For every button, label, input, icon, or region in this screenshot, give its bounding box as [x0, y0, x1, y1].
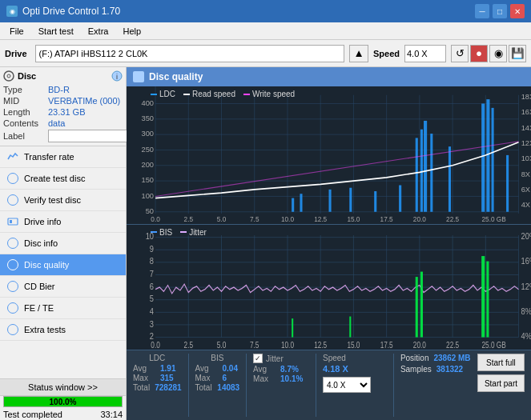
svg-text:17.5: 17.5: [380, 214, 393, 222]
speed-icon-btn-1[interactable]: ↺: [451, 45, 469, 62]
progress-bar: 100.0%: [3, 396, 123, 407]
avg-label-bis: Avg: [195, 364, 219, 373]
nav-verify-test-disc-label: Verify test disc: [24, 195, 81, 205]
content-area: Disc quality LDC Read speed Wr: [127, 67, 531, 420]
speed-select[interactable]: 4.0 X: [404, 45, 446, 62]
drive-select[interactable]: (F:) ATAPI iHBS112 2 CL0K: [35, 45, 344, 62]
svg-text:5.0: 5.0: [217, 214, 227, 222]
svg-text:8: 8: [150, 255, 154, 266]
legend-write-speed: Write speed: [252, 90, 295, 98]
main-layout: Disc i Type BD-R MID VERBATIMe (000) Len…: [0, 67, 531, 420]
menu-start-test[interactable]: Start test: [32, 25, 80, 38]
nav-item-disc-quality[interactable]: Disc quality: [0, 254, 126, 276]
sidebar: Disc i Type BD-R MID VERBATIMe (000) Len…: [0, 67, 127, 420]
bis-header: BIS: [195, 354, 240, 364]
svg-text:100: 100: [142, 190, 154, 199]
close-button[interactable]: ✕: [510, 4, 525, 18]
disc-type-label: Type: [3, 85, 45, 94]
nav-item-verify-test-disc[interactable]: Verify test disc: [0, 190, 126, 211]
stats-bar: LDC Avg 1.91 Max 315 Total 728281 BIS: [127, 350, 531, 420]
menu-help[interactable]: Help: [116, 25, 147, 38]
disc-panel-title: Disc: [18, 71, 36, 81]
svg-rect-119: [292, 318, 293, 337]
chart-title: Disc quality: [149, 71, 203, 82]
menu-extra[interactable]: Extra: [82, 25, 115, 38]
speed-avg-val: 4.18 X: [323, 364, 348, 374]
jitter-checkbox[interactable]: ✓: [253, 354, 263, 363]
status-window-button[interactable]: Status window >>: [0, 379, 126, 396]
disc-info-icon: [6, 237, 19, 250]
svg-rect-63: [430, 134, 432, 212]
position-label: Position: [400, 354, 429, 362]
svg-text:0.0: 0.0: [151, 339, 159, 349]
speed-section-header: Speed: [323, 354, 387, 364]
svg-text:2.5: 2.5: [184, 214, 194, 222]
svg-text:16X: 16X: [521, 107, 531, 116]
create-test-disc-icon: [6, 172, 19, 185]
svg-text:5: 5: [150, 293, 154, 303]
transfer-rate-icon: [6, 150, 19, 163]
disc-panel: Disc i Type BD-R MID VERBATIMe (000) Len…: [0, 67, 126, 146]
svg-text:i: i: [116, 73, 118, 81]
svg-text:16%: 16%: [521, 255, 531, 266]
disc-label-label: Label: [3, 131, 45, 141]
nav-fe-te-label: FE / TE: [24, 303, 54, 313]
fe-te-icon: [6, 302, 19, 314]
svg-text:17.5: 17.5: [380, 339, 393, 349]
menu-file[interactable]: File: [3, 25, 30, 38]
status-text: Test completed: [3, 410, 62, 419]
svg-text:15.0: 15.0: [347, 339, 360, 349]
legend-bis: BIS: [159, 228, 172, 237]
svg-rect-61: [420, 130, 423, 212]
disc-contents-value: data: [48, 118, 65, 128]
speed-icon-btn-2[interactable]: ●: [470, 45, 488, 62]
svg-rect-67: [492, 108, 494, 212]
svg-text:6X: 6X: [521, 185, 531, 194]
avg-label-ldc: Avg: [133, 364, 157, 373]
start-full-button[interactable]: Start full: [477, 354, 525, 371]
legend-jitter: Jitter: [189, 228, 207, 237]
svg-text:10.0: 10.0: [281, 214, 294, 222]
disc-expand-icon[interactable]: i: [111, 70, 123, 82]
cd-bier-icon: [6, 280, 19, 293]
speed-dropdown[interactable]: 4.0 X: [323, 377, 371, 393]
nav-item-cd-bier[interactable]: CD Bier: [0, 276, 126, 298]
maximize-button[interactable]: □: [493, 4, 507, 18]
nav-item-transfer-rate[interactable]: Transfer rate: [0, 146, 126, 168]
svg-text:20.0: 20.0: [413, 214, 426, 222]
svg-text:12.5: 12.5: [314, 214, 327, 222]
svg-text:25.0 GB: 25.0 GB: [482, 214, 507, 222]
svg-rect-118: [486, 261, 489, 337]
speed-icon-btn-4[interactable]: 💾: [509, 45, 526, 62]
nav-item-fe-te[interactable]: FE / TE: [0, 298, 126, 319]
svg-text:9: 9: [150, 243, 154, 254]
nav-item-extra-tests[interactable]: Extra tests: [0, 319, 126, 341]
samples-label: Samples: [400, 365, 432, 374]
nav-item-drive-info[interactable]: Drive info: [0, 211, 126, 233]
svg-text:7.5: 7.5: [250, 214, 259, 222]
svg-rect-68: [506, 155, 509, 212]
chart-top: LDC Read speed Write speed: [127, 86, 531, 225]
nav-item-create-test-disc[interactable]: Create test disc: [0, 168, 126, 190]
svg-text:150: 150: [142, 175, 154, 184]
legend-read-speed: Read speed: [192, 90, 235, 98]
svg-rect-115: [416, 277, 418, 337]
speed-label: Speed: [373, 49, 400, 58]
start-part-button[interactable]: Start part: [477, 374, 525, 392]
avg-label-jitter: Avg: [253, 365, 277, 374]
nav-item-disc-info[interactable]: Disc info: [0, 233, 126, 254]
max-label-bis: Max: [195, 374, 219, 382]
svg-text:5.0: 5.0: [217, 339, 226, 349]
nav-create-test-disc-label: Create test disc: [24, 174, 85, 183]
total-label-bis: Total: [195, 383, 215, 392]
minimize-button[interactable]: ─: [475, 4, 489, 18]
svg-text:400: 400: [142, 98, 154, 106]
drive-eject-button[interactable]: ▲: [349, 45, 368, 62]
svg-rect-65: [481, 103, 485, 211]
svg-text:25.0 GB: 25.0 GB: [482, 339, 506, 349]
position-value: 23862 MB: [433, 354, 470, 362]
title-bar: ◉ Opti Drive Control 1.70 ─ □ ✕: [0, 0, 531, 22]
speed-icon-btn-3[interactable]: ◉: [489, 45, 507, 62]
menu-bar: File Start test Extra Help: [0, 22, 531, 40]
svg-rect-4: [8, 218, 18, 225]
